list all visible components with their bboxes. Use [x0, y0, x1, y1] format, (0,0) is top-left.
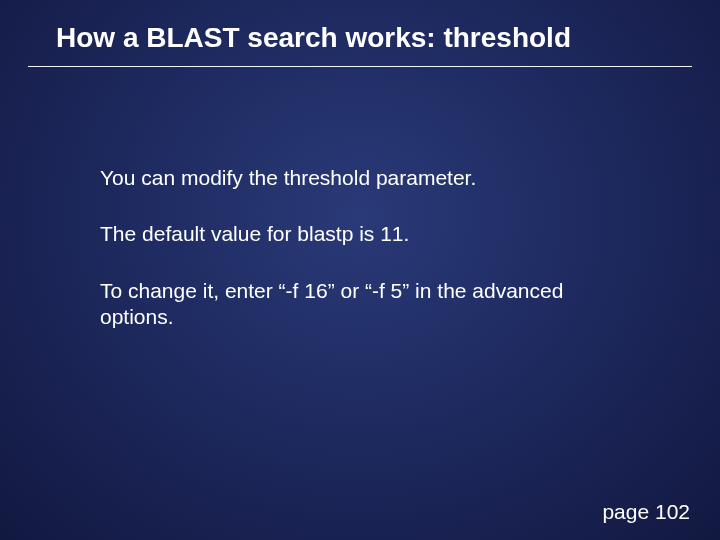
slide-body: You can modify the threshold parameter. … [100, 165, 600, 360]
paragraph: To change it, enter “-f 16” or “-f 5” in… [100, 278, 600, 331]
slide-title: How a BLAST search works: threshold [50, 22, 670, 54]
page-number: page 102 [602, 500, 690, 524]
paragraph: You can modify the threshold parameter. [100, 165, 600, 191]
slide: How a BLAST search works: threshold You … [0, 0, 720, 540]
title-underline [28, 66, 692, 67]
paragraph: The default value for blastp is 11. [100, 221, 600, 247]
